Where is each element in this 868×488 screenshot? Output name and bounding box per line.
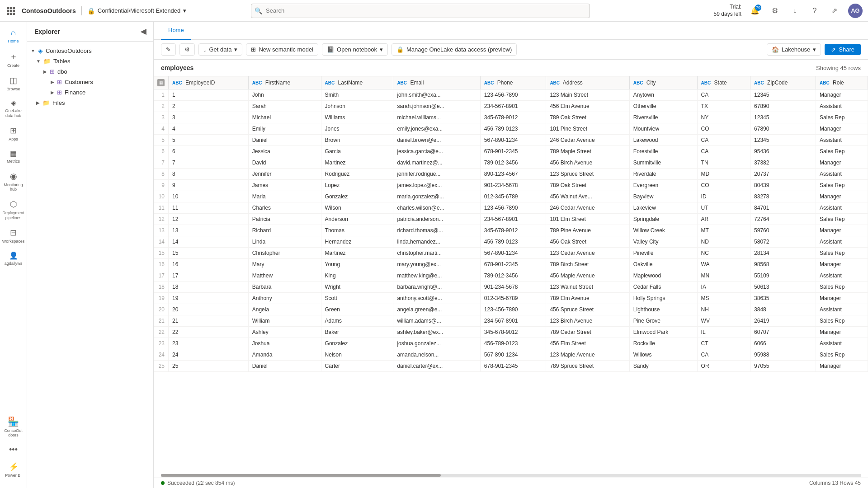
table-cell: William: [248, 315, 321, 327]
sidebar-item-home[interactable]: ⌂ Home: [3, 25, 24, 47]
get-data-button[interactable]: ↓ Get data ▾: [198, 43, 242, 56]
table-cell: Emily: [248, 123, 321, 135]
table-row[interactable]: 2121WilliamAdamswilliam.adams@...234-567…: [154, 315, 868, 327]
table-cell: WA: [697, 259, 750, 270]
table-row[interactable]: 1212PatriciaAndersonpatricia.anderson...…: [154, 214, 868, 225]
horizontal-scrollbar[interactable]: [161, 474, 861, 477]
help-icon[interactable]: ?: [808, 5, 821, 17]
lakehouse-selector[interactable]: 🏠 Lakehouse ▾: [767, 43, 821, 56]
sidebar-item-deployment[interactable]: ⬡ Deployment pipelines: [3, 197, 24, 223]
sidebar-item-workspaces[interactable]: ⊟ Workspaces: [3, 225, 24, 247]
table-row[interactable]: 2020AngelaGreenangela.green@e...123-456-…: [154, 304, 868, 315]
workspace-selector[interactable]: 🔒 Confidential\Microsoft Extended ▾: [87, 7, 187, 14]
open-notebook-button[interactable]: 📓 Open notebook ▾: [322, 43, 388, 56]
table-row[interactable]: 1919AnthonyScottanthony.scott@e...012-34…: [154, 293, 868, 304]
table-cell: 123 Maple Avenue: [546, 349, 629, 361]
table-cell: Mountview: [629, 123, 697, 135]
table-cell: 6066: [750, 338, 816, 349]
table-row[interactable]: 1414LindaHernandezlinda.hernandez...456-…: [154, 236, 868, 248]
table-row[interactable]: 2424AmandaNelsonamanda.nelson...567-890-…: [154, 349, 868, 361]
sidebar-item-contoso[interactable]: 🏪 ConsoOut doors: [3, 413, 24, 441]
table-row[interactable]: 2222AshleyBakerashley.baker@ex...345-678…: [154, 327, 868, 338]
scroll-thumb[interactable]: [161, 474, 441, 477]
sidebar-item-powerbi[interactable]: ⚡ Power BI: [3, 459, 24, 481]
th-state[interactable]: ABC State: [697, 76, 750, 89]
more-icon: •••: [9, 445, 18, 455]
edit-button[interactable]: ✎: [161, 43, 176, 56]
sidebar-item-browse[interactable]: ◫ Browse: [3, 73, 24, 94]
avatar[interactable]: AG: [848, 4, 863, 18]
sidebar-item-create[interactable]: ＋ Create: [3, 48, 24, 71]
monitoring-icon: ◉: [10, 171, 17, 181]
new-semantic-model-button[interactable]: ⊞ New semantic model: [246, 43, 318, 56]
table-cell: Jennifer: [248, 169, 321, 180]
table-cell: 83278: [750, 191, 816, 202]
table-cell: Elmwood Park: [629, 327, 697, 338]
tree-label-contosooutdoors: ContosoOutdoors: [46, 47, 92, 54]
table-row[interactable]: 22SarahJohnsonsarah.johnson@e...234-567-…: [154, 101, 868, 112]
table-cell: Assistant: [816, 202, 868, 214]
settings-icon[interactable]: ⚙: [769, 5, 781, 17]
settings-toolbar-button[interactable]: ⚙: [179, 43, 195, 56]
tree-item-contosooutdoors[interactable]: ▼ ◈ ContosoOutdoors: [27, 45, 153, 56]
table-row[interactable]: 99JamesLopezjames.lopez@ex...901-234-567…: [154, 180, 868, 191]
th-firstname[interactable]: ABC FirstName: [248, 76, 321, 89]
th-email[interactable]: ABC Email: [393, 76, 480, 89]
th-employee-id[interactable]: ABC EmployeeID: [169, 76, 249, 89]
sidebar-item-more[interactable]: •••: [3, 442, 24, 457]
table-row[interactable]: 55DanielBrowndaniel.brown@e...567-890-12…: [154, 135, 868, 146]
share-button[interactable]: ⇗ Share: [825, 44, 861, 55]
th-zipcode[interactable]: ABC ZipCode: [750, 76, 816, 89]
share-network-icon[interactable]: ⇗: [828, 5, 841, 17]
tree-item-dbo[interactable]: ▶ ⊞ dbo: [27, 66, 153, 77]
sidebar-label-onelake: OneLake data hub: [5, 108, 23, 118]
table-row[interactable]: 1515ChristopherMartinezchristopher.marti…: [154, 248, 868, 259]
table-cell: joshua.gonzalez...: [393, 338, 480, 349]
table-row[interactable]: 1616MaryYoungmary.young@ex...678-901-234…: [154, 259, 868, 270]
table-row[interactable]: 88JenniferRodriguezjennifer.rodrigue...8…: [154, 169, 868, 180]
tree-item-finance[interactable]: ▶ ⊞ Finance: [27, 87, 153, 98]
th-phone[interactable]: ABC Phone: [480, 76, 546, 89]
th-address[interactable]: ABC Address: [546, 76, 629, 89]
search-input[interactable]: [251, 4, 590, 18]
sidebar-item-onelake[interactable]: ◈ OneLake data hub: [3, 96, 24, 121]
table-row[interactable]: 1313RichardThomasrichard.thomas@...345-6…: [154, 225, 868, 236]
table-cell: 3848: [750, 304, 816, 315]
tree-item-customers[interactable]: ▶ ⊞ Customers: [27, 77, 153, 87]
table-row[interactable]: 1717MatthewKingmatthew.king@e...789-012-…: [154, 270, 868, 282]
table-cell: 567-890-1234: [480, 349, 546, 361]
tree-item-files[interactable]: ▶ 📁 Files: [27, 98, 153, 108]
sidebar-item-agdailyws[interactable]: 👤 agdailyws: [3, 249, 24, 269]
table-cell: 95988: [750, 349, 816, 361]
notification-icon[interactable]: 🔔 79: [749, 5, 761, 17]
trial-info: Trial: 59 days left: [714, 4, 741, 18]
sidebar-item-apps[interactable]: ⊞ Apps: [3, 123, 24, 145]
table-row[interactable]: 1818BarbaraWrightbarbara.wright@...901-2…: [154, 282, 868, 293]
tab-home[interactable]: Home: [161, 22, 191, 40]
table-row[interactable]: 2323JoshuaGonzalezjoshua.gonzalez...456-…: [154, 338, 868, 349]
grid-menu-icon[interactable]: [5, 5, 16, 16]
tree-item-tables[interactable]: ▼ 📁 Tables: [27, 56, 153, 66]
table-row[interactable]: 77DavidMartinezdavid.martinez@...789-012…: [154, 157, 868, 169]
sidebar-item-monitoring[interactable]: ◉ Monitoring hub: [3, 169, 24, 195]
table-cell: John: [248, 89, 321, 101]
table-row[interactable]: 66JessicaGarciajessica.garcia@e...678-90…: [154, 146, 868, 157]
table-cell: sarah.johnson@e...: [393, 101, 480, 112]
th-role[interactable]: ABC Role: [816, 76, 868, 89]
sidebar-item-metrics[interactable]: ▦ Metrics: [3, 146, 24, 167]
table-cell: Sarah: [248, 101, 321, 112]
table-row[interactable]: 44EmilyJonesemily.jones@exa...456-789-01…: [154, 123, 868, 135]
table-row[interactable]: 11JohnSmithjohn.smith@exa...123-456-7890…: [154, 89, 868, 101]
table-row[interactable]: 1111CharlesWilsoncharles.wilson@e...123-…: [154, 202, 868, 214]
th-lastname[interactable]: ABC LastName: [321, 76, 393, 89]
explorer-collapse-button[interactable]: ◀: [141, 27, 146, 36]
row-number: 7: [154, 157, 169, 169]
table-row[interactable]: 1010MariaGonzalezmaria.gonzalez@...012-3…: [154, 191, 868, 202]
table-row[interactable]: 2525DanielCarterdaniel.carter@ex...678-9…: [154, 361, 868, 372]
table-row[interactable]: 33MichaelWilliamsmichael.williams...345-…: [154, 112, 868, 123]
sidebar-label-powerbi: Power BI: [5, 473, 22, 478]
download-icon[interactable]: ↓: [788, 5, 801, 17]
manage-onelake-button[interactable]: 🔒 Manage OneLake data access (preview): [392, 43, 517, 56]
th-city[interactable]: ABC City: [629, 76, 697, 89]
main-content: Home ✎ ⚙ ↓ Get data ▾ ⊞ New semantic mod…: [154, 22, 868, 488]
